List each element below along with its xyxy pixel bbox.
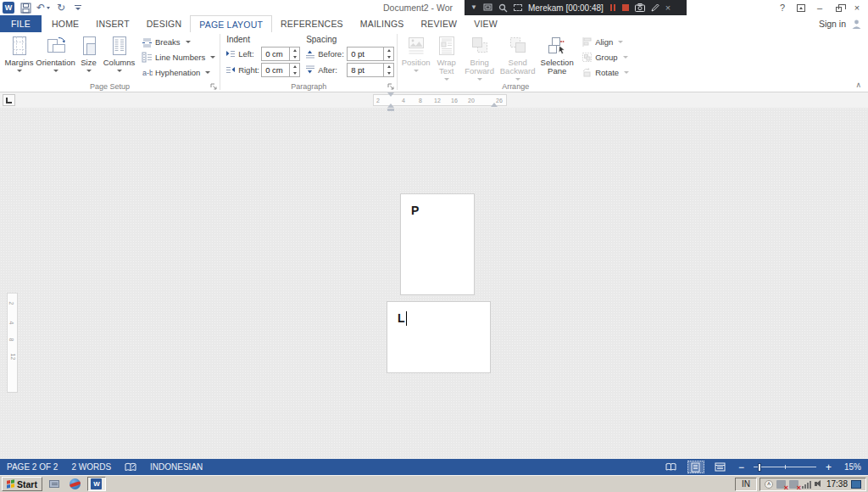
recorder-stop-button[interactable]	[622, 4, 629, 11]
status-bar: PAGE 2 OF 2 2 WORDS INDONESIAN − + 15%	[0, 459, 868, 475]
columns-label: Columns	[103, 59, 136, 67]
device-error-icon[interactable]	[789, 480, 798, 489]
display-settings-icon[interactable]	[851, 480, 861, 489]
orientation-button[interactable]: Orientation	[36, 34, 75, 72]
screen-recorder-toolbar: ▼ Merekam [00:00:48] ×	[465, 0, 687, 15]
spacing-heading: Spacing	[306, 35, 394, 44]
spacing-before-spinner[interactable]	[383, 48, 393, 60]
position-button[interactable]: Position	[400, 34, 431, 72]
wrap-text-button[interactable]: Wrap Text	[431, 34, 461, 81]
close-button[interactable]: ×	[848, 1, 866, 14]
document-page-1[interactable]: P	[400, 193, 475, 295]
page-setup-dialog-launcher[interactable]	[209, 82, 218, 91]
undo-button[interactable]: ↶	[36, 2, 50, 14]
redo-button[interactable]: ↻	[55, 2, 67, 14]
tab-view[interactable]: VIEW	[465, 15, 506, 32]
restore-button[interactable]	[829, 1, 848, 14]
show-desktop-button[interactable]	[45, 477, 64, 491]
tab-references[interactable]: REFERENCES	[272, 15, 352, 32]
tab-page-layout[interactable]: PAGE LAYOUT	[190, 15, 272, 32]
clock[interactable]: 17:38	[826, 479, 848, 489]
hyphenation-label: Hyphenation	[155, 68, 200, 77]
language-indicator[interactable]: INDONESIAN	[150, 462, 203, 472]
region-select-icon	[514, 4, 522, 11]
recorder-window-icon[interactable]	[483, 3, 492, 12]
zoom-slider[interactable]	[754, 461, 816, 472]
bring-forward-button[interactable]: Bring Forward	[461, 34, 498, 81]
group-button[interactable]: Group	[580, 49, 631, 64]
page-number-indicator[interactable]: PAGE 2 OF 2	[7, 462, 58, 472]
zoom-in-button[interactable]: +	[824, 462, 833, 472]
indent-left-spinner[interactable]	[289, 48, 299, 60]
recorder-menu-icon[interactable]: ▼	[470, 4, 477, 11]
web-layout-button[interactable]	[712, 461, 729, 473]
recorder-close-button[interactable]: ×	[665, 3, 670, 13]
recorder-zoom-icon[interactable]	[498, 3, 508, 13]
language-bar[interactable]: IN	[735, 478, 757, 491]
zoom-out-button[interactable]: −	[737, 462, 746, 472]
signal-strength-icon[interactable]	[802, 480, 811, 489]
margins-button[interactable]: Margins	[3, 34, 36, 72]
browser-launch-button[interactable]	[66, 477, 85, 491]
minimize-button[interactable]: –	[810, 1, 829, 14]
spacing-before-input[interactable]: 0 pt	[347, 47, 394, 61]
tab-home[interactable]: HOME	[43, 15, 87, 32]
tab-review[interactable]: REVIEW	[413, 15, 466, 32]
print-layout-button[interactable]	[687, 461, 704, 473]
indent-right-input[interactable]: 0 cm	[261, 63, 300, 77]
proofing-status-icon[interactable]	[125, 462, 136, 472]
network-error-icon[interactable]	[776, 480, 786, 489]
document-page-2[interactable]: L	[387, 301, 491, 373]
recorder-pencil-button[interactable]	[651, 3, 659, 12]
spin-up-icon[interactable]	[290, 48, 299, 54]
spin-down-icon[interactable]	[290, 54, 299, 61]
hidden-icons-button[interactable]: ˄	[765, 480, 773, 489]
zoom-slider-thumb[interactable]	[758, 463, 761, 472]
tab-design[interactable]: DESIGN	[138, 15, 190, 32]
align-button[interactable]: Align	[580, 34, 631, 49]
start-button[interactable]: Start	[2, 477, 42, 491]
size-icon	[79, 36, 99, 56]
hanging-indent-marker[interactable]	[387, 103, 394, 108]
breaks-button[interactable]: Breaks	[140, 34, 217, 49]
selection-pane-button[interactable]: Selection Pane	[537, 34, 576, 75]
spacing-after-input[interactable]: 8 pt	[347, 63, 394, 77]
word-count-indicator[interactable]: 2 WORDS	[71, 462, 111, 472]
hyphenation-button[interactable]: a-b Hyphenation	[140, 64, 217, 80]
help-button[interactable]: ?	[773, 1, 792, 14]
spacing-after-spinner[interactable]	[383, 64, 393, 76]
right-indent-marker[interactable]	[491, 103, 498, 107]
left-indent-marker[interactable]	[387, 109, 394, 111]
read-mode-button[interactable]	[663, 461, 680, 473]
ribbon-display-options-button[interactable]	[792, 1, 810, 14]
qat-customize-button[interactable]	[72, 2, 84, 14]
user-avatar-icon[interactable]	[850, 18, 863, 30]
horizontal-ruler[interactable]: 2 4 8 12 16 20 26	[373, 94, 507, 106]
paragraph-dialog-launcher[interactable]	[387, 82, 395, 91]
size-button[interactable]: Size	[75, 34, 102, 72]
send-backward-button[interactable]: Send Backward	[498, 34, 537, 81]
vertical-ruler[interactable]: 2 4 8 12	[7, 293, 18, 393]
save-button[interactable]	[19, 2, 31, 14]
volume-icon[interactable]	[815, 480, 823, 488]
rotate-button[interactable]: Rotate	[580, 64, 631, 80]
zoom-level[interactable]: 15%	[841, 462, 861, 472]
first-line-indent-marker[interactable]	[387, 92, 394, 97]
collapse-ribbon-button[interactable]: ∧	[855, 81, 861, 89]
line-numbers-button[interactable]: Line Numbers	[140, 49, 217, 64]
indent-left-input[interactable]: 0 cm	[261, 47, 300, 61]
word-taskbar-button[interactable]: W	[87, 477, 106, 491]
word-logo-icon[interactable]: W	[3, 2, 14, 14]
tab-file[interactable]: FILE	[0, 15, 42, 32]
indent-right-spinner[interactable]	[289, 64, 299, 76]
recorder-region-icon[interactable]	[514, 4, 522, 11]
recorder-pause-button[interactable]	[609, 4, 616, 11]
recorder-camera-button[interactable]	[635, 3, 645, 12]
tab-stop-selector[interactable]	[3, 94, 15, 106]
undo-dropdown-icon[interactable]	[47, 7, 50, 9]
tab-mailings[interactable]: MAILINGS	[352, 15, 413, 32]
sign-in-link[interactable]: Sign in	[819, 19, 846, 29]
left-tab-stop-icon	[6, 98, 12, 103]
tab-insert[interactable]: INSERT	[87, 15, 138, 32]
columns-button[interactable]: Columns	[102, 34, 136, 72]
